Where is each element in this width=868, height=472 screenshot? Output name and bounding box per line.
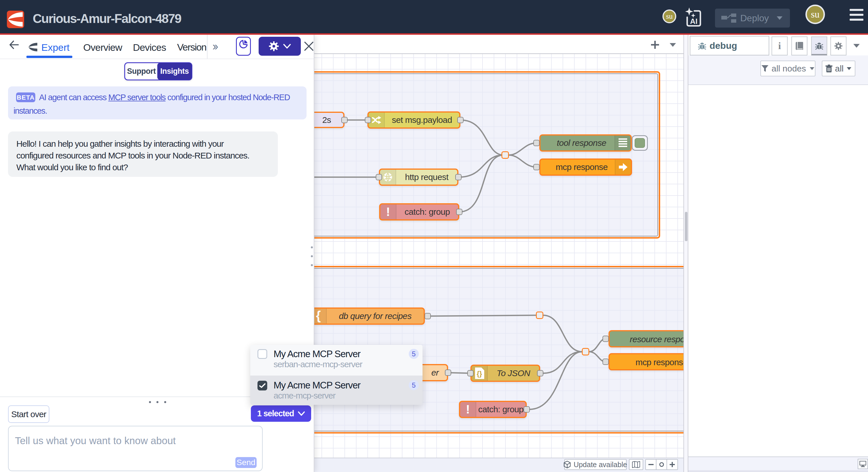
svg-text:{}: {} <box>477 370 482 378</box>
svg-text:AI: AI <box>690 17 698 26</box>
